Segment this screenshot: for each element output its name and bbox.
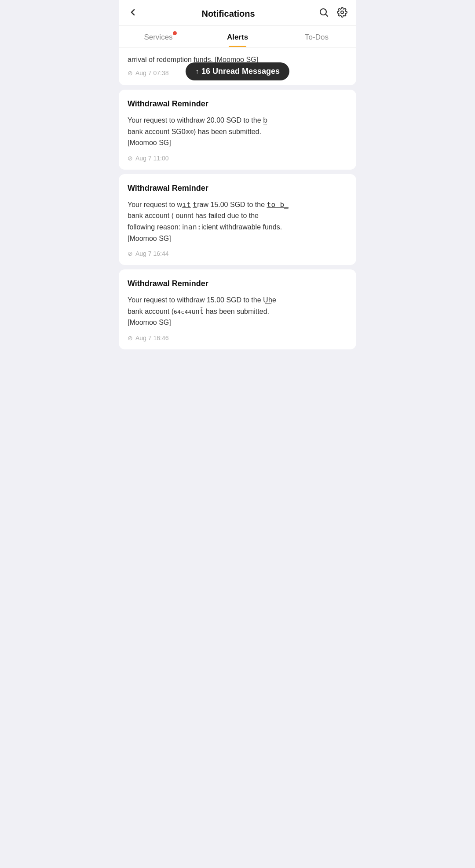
check-icon: ⊘ — [128, 334, 133, 341]
card-2-body: Your request to wıt traw 15.00 SGD to th… — [128, 199, 347, 244]
services-notification-dot — [173, 31, 177, 35]
tab-alerts[interactable]: Alerts — [198, 26, 277, 47]
card-1-timestamp: ⊘ Aug 7 11:00 — [128, 155, 347, 162]
notification-card-3: Withdrawal Reminder Your request to with… — [119, 269, 356, 349]
card-2-title: Withdrawal Reminder — [128, 184, 347, 193]
tab-todos[interactable]: To-Dos — [277, 26, 356, 47]
card-3-timestamp: ⊘ Aug 7 16:46 — [128, 334, 347, 341]
card-1-title: Withdrawal Reminder — [128, 99, 347, 109]
check-icon: ⊘ — [128, 250, 133, 257]
card-3-body: Your request to withdraw 15.00 SGD to th… — [128, 294, 347, 328]
unread-messages-badge[interactable]: ↑ 16 Unread Messages — [186, 62, 289, 80]
header-icons — [318, 7, 347, 20]
header: Notifications — [119, 0, 356, 26]
notification-card-2: Withdrawal Reminder Your request to wıt … — [119, 174, 356, 265]
check-icon: ⊘ — [128, 69, 133, 76]
partial-card: arrival of redemption funds. [Moomoo SG]… — [119, 47, 356, 85]
back-button[interactable] — [128, 7, 138, 20]
card-3-title: Withdrawal Reminder — [128, 279, 347, 288]
search-icon[interactable] — [318, 7, 329, 20]
scroll-area: arrival of redemption funds. [Moomoo SG]… — [119, 47, 356, 354]
page-title: Notifications — [201, 9, 255, 19]
card-2-timestamp: ⊘ Aug 7 16:44 — [128, 250, 347, 257]
settings-icon[interactable] — [337, 7, 347, 20]
page: Notifications Services Alerts — [119, 0, 356, 868]
notification-card-1: Withdrawal Reminder Your request to with… — [119, 90, 356, 170]
check-icon: ⊘ — [128, 155, 133, 162]
up-arrow-icon: ↑ — [195, 68, 199, 76]
tabs-bar: Services Alerts To-Dos — [119, 26, 356, 47]
card-1-body: Your request to withdraw 20.00 SGD to th… — [128, 115, 347, 149]
tab-services[interactable]: Services — [119, 26, 198, 47]
